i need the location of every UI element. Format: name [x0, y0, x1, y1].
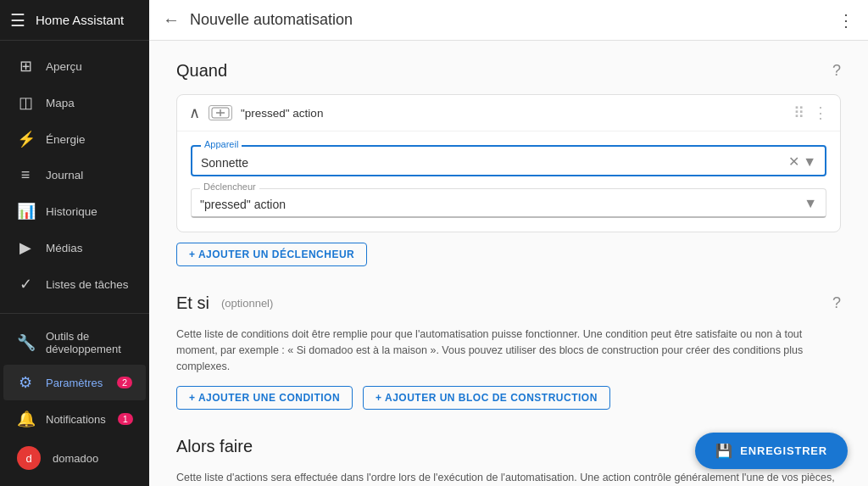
- settings-icon: ⚙: [17, 373, 34, 392]
- sidebar-item-listes[interactable]: ✓ Listes de tâches: [3, 266, 146, 302]
- sidebar: ☰ Home Assistant ⊞ Aperçu ◫ Mapa ⚡ Énerg…: [0, 0, 149, 486]
- sidebar-item-zigbee[interactable]: ⬡ Zigbee2MQTT: [3, 303, 146, 313]
- sidebar-item-label: Outils de développement: [46, 330, 132, 355]
- sidebar-item-label: Aperçu: [46, 60, 82, 73]
- save-button-label: ENREGISTRER: [740, 444, 827, 457]
- notifications-badge: 1: [118, 413, 133, 425]
- add-condition-button[interactable]: + AJOUTER UNE CONDITION: [176, 386, 353, 410]
- add-trigger-button[interactable]: + AJOUTER UN DÉCLENCHEUR: [176, 243, 367, 266]
- device-field: Appareil Sonnette ✕ ▼: [191, 145, 826, 176]
- et-si-subtitle: (optionnel): [221, 297, 273, 310]
- drag-handle-icon[interactable]: ⠿: [793, 103, 804, 122]
- sidebar-item-label: domadoo: [53, 452, 98, 465]
- menu-icon[interactable]: ☰: [10, 10, 25, 31]
- bell-icon: 🔔: [17, 410, 34, 428]
- sidebar-item-energie[interactable]: ⚡ Énergie: [3, 121, 146, 157]
- trigger-more-icon[interactable]: ⋮: [813, 103, 828, 122]
- sidebar-item-label: Médias: [46, 242, 83, 254]
- et-si-title: Et si: [176, 293, 209, 313]
- listes-icon: ✓: [17, 275, 34, 293]
- sidebar-item-label: Énergie: [46, 133, 86, 146]
- alors-faire-description: Cette liste d'actions sera effectuée dan…: [176, 470, 841, 486]
- tools-icon: 🔧: [17, 333, 34, 352]
- alors-faire-title: Alors faire: [176, 437, 253, 456]
- et-si-buttons: + AJOUTER UNE CONDITION + AJOUTER UN BLO…: [176, 386, 841, 410]
- sidebar-item-label: Historique: [46, 205, 97, 218]
- sidebar-item-mapa[interactable]: ◫ Mapa: [3, 85, 146, 120]
- sidebar-item-apercu[interactable]: ⊞ Aperçu: [3, 48, 146, 84]
- avatar: d: [17, 446, 41, 470]
- et-si-help-icon[interactable]: ?: [832, 294, 841, 312]
- sidebar-item-outils[interactable]: 🔧 Outils de développement: [3, 321, 146, 364]
- save-button[interactable]: 💾 ENREGISTRER: [695, 433, 848, 469]
- app-title: Home Assistant: [36, 13, 124, 27]
- sidebar-item-notifications[interactable]: 🔔 Notifications 1: [3, 401, 146, 437]
- sidebar-item-label: Notifications: [46, 413, 106, 426]
- medias-icon: ▶: [17, 238, 34, 257]
- clear-icon[interactable]: ✕: [788, 154, 799, 170]
- dropdown-icon[interactable]: ▼: [803, 154, 816, 170]
- trigger-label: "pressed" action: [241, 107, 785, 120]
- trigger-card-body: Appareil Sonnette ✕ ▼ Déclencheur "pr: [177, 131, 840, 232]
- sidebar-item-journal[interactable]: ≡ Journal: [3, 158, 146, 193]
- sidebar-item-label: Paramètres: [46, 377, 103, 389]
- sidebar-item-user[interactable]: d domadoo: [3, 438, 146, 478]
- quand-header: Quand ?: [176, 61, 841, 81]
- sidebar-header: ☰ Home Assistant: [0, 0, 149, 41]
- quand-section: Quand ? ∧ "pressed" action ⠿ ⋮: [176, 61, 841, 266]
- trigger-card-header: ∧ "pressed" action ⠿ ⋮: [177, 95, 840, 131]
- energie-icon: ⚡: [17, 130, 34, 148]
- trigger-card: ∧ "pressed" action ⠿ ⋮ Appareil: [176, 94, 841, 232]
- sidebar-item-label: Mapa: [46, 97, 75, 109]
- collapse-chevron-icon[interactable]: ∧: [189, 103, 200, 122]
- trigger-type-icon: [209, 105, 232, 120]
- mapa-icon: ◫: [17, 93, 34, 112]
- trigger-dropdown-icon[interactable]: ▼: [804, 196, 817, 211]
- journal-icon: ≡: [17, 166, 34, 184]
- page-title: Nouvelle automatisation: [190, 11, 827, 29]
- save-icon: 💾: [715, 443, 733, 459]
- trigger-field: Déclencheur "pressed" action ▼: [191, 188, 826, 218]
- trigger-field-value: "pressed" action: [200, 196, 797, 211]
- content-area: Quand ? ∧ "pressed" action ⠿ ⋮: [149, 41, 868, 486]
- add-condition-block-button[interactable]: + AJOUTER UN BLOC DE CONSTRUCTION: [363, 386, 610, 410]
- device-field-value: Sonnette: [201, 154, 782, 170]
- main: ← Nouvelle automatisation ⋮ Quand ? ∧: [149, 0, 868, 486]
- trigger-field-label: Déclencheur: [200, 182, 259, 192]
- apercu-icon: ⊞: [17, 57, 34, 75]
- settings-badge: 2: [117, 377, 132, 388]
- top-bar: ← Nouvelle automatisation ⋮: [149, 0, 868, 41]
- add-trigger-row: + AJOUTER UN DÉCLENCHEUR: [176, 243, 841, 266]
- et-si-description: Cette liste de conditions doit être remp…: [176, 327, 841, 374]
- quand-title: Quand: [176, 61, 227, 81]
- device-field-label: Appareil: [201, 139, 242, 149]
- sidebar-item-label: Listes de tâches: [46, 278, 129, 291]
- quand-help-icon[interactable]: ?: [832, 62, 841, 80]
- back-button[interactable]: ←: [163, 10, 180, 30]
- device-field-actions: ✕ ▼: [788, 154, 816, 170]
- sidebar-item-historique[interactable]: 📊 Historique: [3, 193, 146, 229]
- sidebar-footer: 🔧 Outils de développement ⚙ Paramètres 2…: [0, 313, 149, 486]
- historique-icon: 📊: [17, 202, 34, 221]
- more-options-button[interactable]: ⋮: [837, 10, 854, 31]
- sidebar-item-label: Journal: [46, 169, 83, 182]
- sidebar-item-medias[interactable]: ▶ Médias: [3, 230, 146, 265]
- sidebar-item-parametres[interactable]: ⚙ Paramètres 2: [3, 365, 146, 400]
- et-si-header: Et si (optionnel) ?: [176, 293, 841, 313]
- et-si-section: Et si (optionnel) ? Cette liste de condi…: [176, 293, 841, 410]
- sidebar-nav: ⊞ Aperçu ◫ Mapa ⚡ Énergie ≡ Journal 📊 Hi…: [0, 41, 149, 313]
